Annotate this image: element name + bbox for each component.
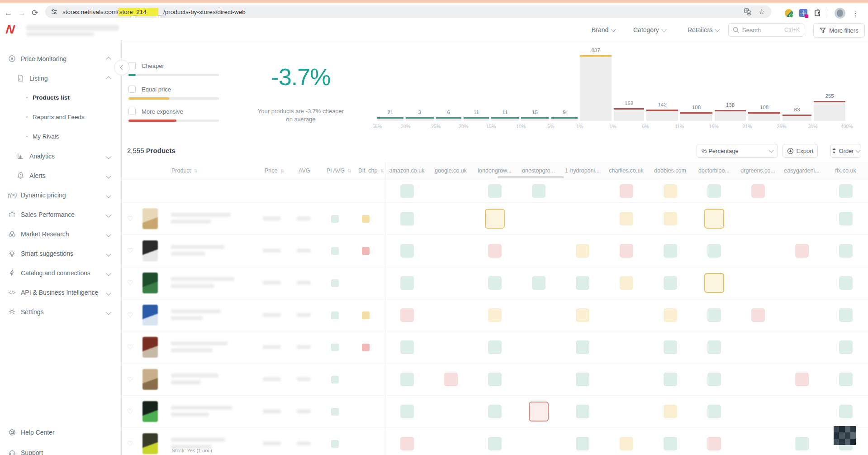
retailer-column-header[interactable]: onestopgro... (517, 168, 560, 174)
extensions-puzzle-icon[interactable] (814, 10, 821, 17)
bookmark-star-icon[interactable]: ☆ (759, 8, 765, 15)
retailer-price-cell[interactable] (751, 184, 765, 198)
retailer-price-cell[interactable] (707, 405, 721, 418)
product-thumbnail[interactable] (142, 240, 158, 261)
favorite-heart-icon[interactable]: ♡ (127, 375, 133, 383)
column-header-product[interactable]: Product ⇅ (171, 168, 198, 174)
checkbox[interactable] (128, 62, 136, 69)
browser-profile-avatar[interactable] (835, 8, 845, 19)
histogram-bar[interactable] (783, 115, 811, 121)
browser-forward-button[interactable]: → (18, 9, 26, 17)
retailer-price-cell[interactable] (576, 437, 589, 450)
table-row[interactable]: ♡ (0, 202, 868, 235)
favorite-heart-icon[interactable]: ♡ (127, 407, 133, 416)
retailer-price-cell[interactable] (529, 402, 549, 421)
favorite-heart-icon[interactable]: ♡ (127, 311, 133, 319)
histogram-bar[interactable] (377, 117, 403, 121)
retailer-price-cell[interactable] (488, 244, 502, 258)
histogram-bar[interactable] (406, 117, 434, 121)
retailer-price-cell[interactable] (707, 184, 721, 198)
histogram-bar[interactable] (646, 110, 678, 121)
retailer-price-cell[interactable] (707, 308, 721, 322)
histogram-bar[interactable] (715, 110, 746, 121)
table-row[interactable]: ♡ (0, 427, 868, 455)
browser-reload-button[interactable]: ⟳ (32, 9, 38, 17)
retailer-price-cell[interactable] (400, 340, 414, 354)
histogram-bar[interactable] (464, 117, 489, 121)
retailer-price-cell[interactable] (576, 308, 589, 322)
product-thumbnail[interactable] (142, 433, 158, 454)
retailer-price-cell[interactable] (400, 373, 414, 386)
retailer-price-cell[interactable] (707, 373, 721, 386)
product-thumbnail[interactable] (142, 401, 158, 422)
favorite-heart-icon[interactable]: ♡ (127, 279, 133, 287)
sidebar-collapse-button[interactable] (114, 60, 129, 75)
retailer-price-cell[interactable] (751, 308, 765, 322)
retailer-price-cell[interactable] (576, 405, 589, 418)
favorite-heart-icon[interactable]: ♡ (127, 440, 133, 448)
search-input[interactable]: Search Ctrl+K (728, 23, 804, 37)
histogram-bar[interactable] (814, 101, 845, 121)
retailer-price-cell[interactable] (664, 405, 677, 418)
retailer-price-cell[interactable] (488, 437, 502, 450)
retailer-column-header[interactable]: 1-hydroponi... (560, 168, 604, 174)
browser-menu-icon[interactable]: ⋮ (852, 9, 859, 18)
sidebar-item-price-monitoring[interactable]: Price Monitoring (0, 49, 121, 68)
histogram-bar[interactable] (436, 117, 461, 121)
table-row[interactable]: ♡ (0, 395, 868, 427)
retailer-price-cell[interactable] (664, 340, 677, 354)
sidebar-item-my-rivals[interactable]: My Rivals (0, 127, 121, 146)
retailer-price-cell[interactable] (839, 184, 853, 198)
product-thumbnail[interactable] (142, 305, 158, 326)
retailer-price-cell[interactable] (400, 212, 414, 225)
address-bar[interactable]: stores.netrivals.com/store_214_ /product… (45, 5, 771, 18)
retailer-price-cell[interactable] (400, 308, 414, 322)
retailer-price-cell[interactable] (488, 184, 502, 198)
retailer-price-cell[interactable] (488, 276, 502, 290)
retailer-price-cell[interactable] (664, 244, 677, 258)
retailer-price-cell[interactable] (485, 209, 505, 229)
product-thumbnail[interactable] (142, 369, 158, 390)
retailer-price-cell[interactable] (664, 184, 677, 198)
retailer-column-header[interactable]: londongrow... (473, 168, 517, 174)
retailer-price-cell[interactable] (488, 340, 502, 354)
retailer-column-header[interactable]: google.co.uk (429, 168, 473, 174)
retailer-column-header[interactable]: easygardeni... (780, 168, 824, 174)
retailer-price-cell[interactable] (400, 244, 414, 258)
histogram-bar[interactable] (748, 112, 780, 121)
column-header-price[interactable]: Price ⇅ (265, 168, 284, 174)
brand-filter-dropdown[interactable]: Brand (592, 26, 615, 34)
table-row[interactable]: ♡ (0, 363, 868, 395)
retailer-price-cell[interactable] (444, 373, 458, 386)
retailer-price-cell[interactable] (839, 212, 853, 225)
retailer-price-cell[interactable] (839, 244, 853, 258)
retailers-filter-dropdown[interactable]: Retailers (688, 26, 719, 34)
retailer-column-header[interactable]: drgreens.co... (736, 168, 780, 174)
percentage-mode-select[interactable]: % Percentage (697, 144, 778, 158)
retailer-price-cell[interactable] (576, 373, 589, 386)
column-header-pi-avg[interactable]: PI AVG ⇅ (327, 168, 351, 174)
export-button[interactable]: Export (783, 144, 818, 158)
retailer-price-cell[interactable] (576, 340, 589, 354)
retailer-price-cell[interactable] (488, 308, 502, 322)
product-thumbnail[interactable] (142, 273, 158, 293)
histogram-bar[interactable] (680, 112, 712, 121)
retailer-price-cell[interactable] (704, 209, 724, 229)
retailer-price-cell[interactable] (707, 437, 721, 450)
retailer-price-cell[interactable] (620, 184, 633, 198)
filter-cheaper[interactable]: Cheaper (128, 62, 228, 71)
retailer-price-cell[interactable] (576, 276, 589, 290)
horizontal-scrollbar-thumb[interactable] (498, 176, 564, 178)
table-row[interactable] (0, 180, 868, 202)
retailer-price-cell[interactable] (488, 373, 502, 386)
more-filters-button[interactable]: More filters (813, 23, 865, 38)
site-info-icon[interactable] (51, 8, 58, 15)
retailer-price-cell[interactable] (620, 212, 633, 225)
sidebar-item-products-list[interactable]: Products list (0, 88, 121, 107)
product-thumbnail[interactable] (142, 208, 158, 229)
retailer-price-cell[interactable] (532, 276, 545, 290)
column-header-dif-chp[interactable]: Dif. chp ⇅ (358, 168, 384, 174)
checkbox[interactable] (128, 108, 136, 115)
sidebar-item-reports-and-feeds[interactable]: Reports and Feeds (0, 107, 121, 127)
extension-icon[interactable] (799, 9, 807, 17)
